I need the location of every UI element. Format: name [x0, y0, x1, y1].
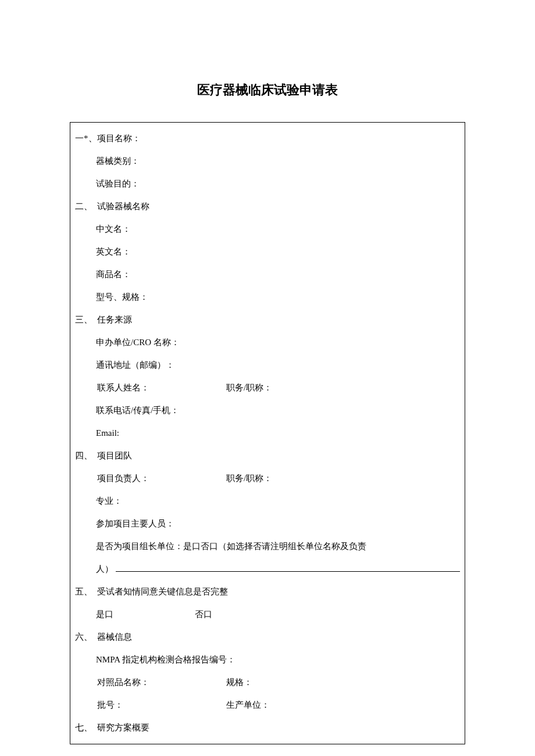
- field-position-title-1: 职务/职称：: [226, 377, 460, 399]
- section-5-num: 五、: [75, 581, 97, 603]
- section-3-title: 任务来源: [97, 309, 132, 331]
- section-4-title: 项目团队: [97, 445, 132, 467]
- section-4-num: 四、: [75, 445, 97, 467]
- row-contact-name: 联系人姓名： 职务/职称：: [74, 377, 461, 399]
- section-6-title: 器械信息: [97, 626, 132, 648]
- section-3-header: 三、 任务来源: [74, 309, 461, 331]
- section-6-header: 六、 器械信息: [74, 626, 461, 648]
- section-1-header: 一*、 项目名称：: [74, 127, 461, 150]
- section-5-header: 五、 受试者知情同意关键信息是否完整: [74, 581, 461, 603]
- page-container: 医疗器械临床试验申请表 一*、 项目名称： 器械类别： 试验目的： 二、 试验器…: [0, 0, 535, 756]
- field-model-spec: 型号、规格：: [74, 286, 461, 309]
- option-no[interactable]: 否口: [195, 603, 212, 626]
- field-device-category: 器械类别：: [74, 150, 461, 173]
- form-box: 一*、 项目名称： 器械类别： 试验目的： 二、 试验器械名称 中文名： 英文名…: [70, 122, 465, 744]
- section-7-header: 七、 研究方案概要: [74, 716, 461, 739]
- section-6-num: 六、: [75, 626, 97, 648]
- field-control-name: 对照品名称：: [97, 671, 226, 694]
- underline-fill[interactable]: [116, 571, 460, 572]
- field-trade-name: 商品名：: [74, 263, 461, 286]
- field-main-personnel: 参加项目主要人员：: [74, 513, 461, 535]
- field-manufacturer: 生产单位：: [226, 694, 460, 716]
- row-consent-options: 是口 否口: [74, 603, 461, 626]
- field-contact-name: 联系人姓名：: [97, 377, 226, 399]
- section-7-num: 七、: [75, 716, 97, 739]
- field-specialty: 专业：: [74, 490, 461, 513]
- section-1-title: 项目名称：: [97, 127, 141, 150]
- field-email: Email:: [74, 422, 461, 445]
- field-test-purpose: 试验目的：: [74, 173, 461, 195]
- row-batch: 批号： 生产单位：: [74, 694, 461, 716]
- field-batch-number: 批号：: [97, 694, 226, 716]
- form-title: 医疗器械临床试验申请表: [70, 81, 465, 99]
- field-responsible-person: 人）: [96, 558, 113, 581]
- option-yes[interactable]: 是口: [96, 603, 195, 626]
- section-5-title: 受试者知情同意关键信息是否完整: [97, 581, 228, 603]
- field-phone-fax: 联系电话/传真/手机：: [74, 399, 461, 422]
- section-3-num: 三、: [75, 309, 97, 331]
- field-position-title-2: 职务/职称：: [226, 467, 460, 490]
- section-2-num: 二、: [75, 195, 97, 218]
- field-chinese-name: 中文名：: [74, 218, 461, 241]
- field-spec: 规格：: [226, 671, 460, 694]
- field-address: 通讯地址（邮编）：: [74, 354, 461, 377]
- section-1-num: 一*、: [75, 127, 97, 150]
- section-2-header: 二、 试验器械名称: [74, 195, 461, 218]
- section-7-title: 研究方案概要: [97, 716, 149, 739]
- row-control-name: 对照品名称： 规格：: [74, 671, 461, 694]
- section-2-title: 试验器械名称: [97, 195, 149, 218]
- field-nmpa-report: NMPA 指定机构检测合格报告编号：: [74, 648, 461, 671]
- section-4-header: 四、 项目团队: [74, 445, 461, 467]
- row-lead-unit-fill: 人）: [74, 558, 461, 581]
- field-is-lead-unit: 是否为项目组长单位：是口否口（如选择否请注明组长单位名称及负责: [74, 535, 461, 558]
- field-sponsor-cro: 申办单位/CRO 名称：: [74, 331, 461, 354]
- field-english-name: 英文名：: [74, 241, 461, 263]
- field-project-leader: 项目负责人：: [97, 467, 226, 490]
- row-project-leader: 项目负责人： 职务/职称：: [74, 467, 461, 490]
